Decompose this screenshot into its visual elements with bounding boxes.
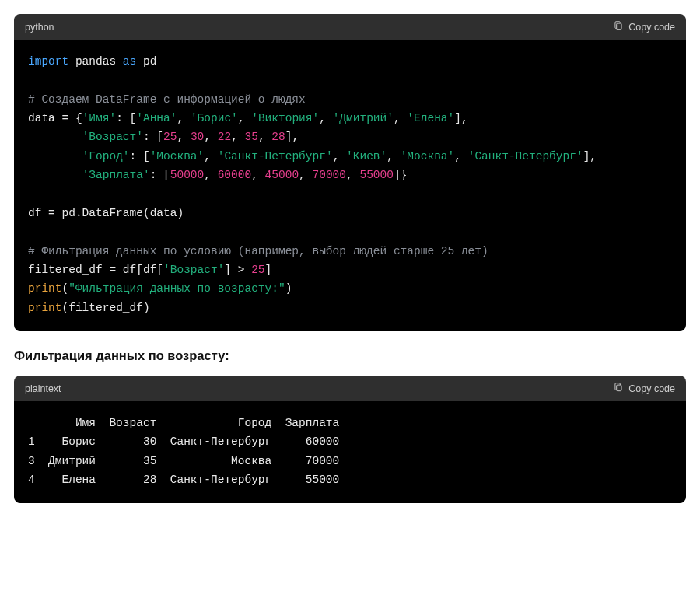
code-token: 'Имя'	[82, 112, 117, 124]
code-block-header: plaintext Copy code	[14, 376, 686, 401]
copy-code-button[interactable]: Copy code	[613, 20, 675, 33]
code-block-header: python Copy code	[14, 14, 686, 40]
code-token: ]	[265, 264, 272, 276]
code-token: ],	[583, 150, 597, 163]
code-token: 'Москва'	[401, 150, 455, 163]
code-token: ,	[204, 131, 217, 143]
code-token: 'Возраст'	[163, 264, 224, 276]
code-token: : [	[150, 169, 170, 181]
code-token: 45000	[265, 169, 299, 181]
code-token: ],	[285, 131, 299, 143]
code-token: 'Анна'	[136, 112, 177, 124]
code-token: print	[28, 302, 62, 314]
code-token: # Фильтрация данных по условию (например…	[28, 245, 488, 257]
code-token: ,	[258, 131, 271, 143]
code-token: 35	[245, 131, 258, 143]
svg-rect-0	[617, 23, 621, 30]
code-token: ]}	[394, 169, 407, 181]
code-token: data = {	[28, 112, 82, 124]
code-token: 'Елена'	[407, 112, 454, 124]
code-token: ,	[231, 131, 244, 143]
code-token: )	[285, 282, 292, 295]
code-token: 'Москва'	[150, 150, 205, 163]
code-token: ,	[319, 112, 332, 124]
copy-code-label: Copy code	[628, 383, 675, 394]
code-token: # Создаем DataFrame с информацией о людя…	[28, 93, 306, 106]
code-token: 'Зарплата'	[82, 169, 150, 181]
code-block-plaintext: plaintext Copy code Имя Возраст Город За…	[14, 376, 686, 503]
code-token: ,	[177, 112, 190, 124]
code-token: "Фильтрация данных по возрасту:"	[68, 282, 285, 295]
code-body: import pandas as pd # Создаем DataFrame …	[14, 40, 686, 331]
code-token	[28, 131, 82, 143]
code-token: 55000	[359, 169, 394, 181]
code-token: 70000	[313, 169, 347, 181]
code-token: filtered_df = df[df[	[28, 264, 163, 276]
code-lang-label: plaintext	[25, 383, 61, 394]
copy-code-button[interactable]: Copy code	[613, 382, 675, 395]
code-lang-label: python	[25, 22, 54, 33]
code-token: 50000	[170, 169, 205, 181]
code-token: import	[28, 55, 68, 68]
code-token: ],	[454, 112, 467, 124]
code-token: 25	[163, 131, 177, 143]
code-token: 'Виктория'	[251, 112, 319, 124]
code-token	[28, 169, 82, 181]
code-token: : [	[143, 131, 163, 143]
code-token: ,	[177, 131, 190, 143]
code-token: 'Санкт-Петербург'	[218, 150, 333, 163]
code-body: Имя Возраст Город Зарплата 1 Борис 30 Са…	[14, 401, 686, 503]
code-token: 'Возраст'	[82, 131, 143, 143]
code-token: : [	[116, 112, 136, 124]
output-section-title: Фильтрация данных по возрасту:	[14, 348, 686, 363]
code-token: as	[123, 55, 136, 68]
code-token: ] >	[224, 264, 251, 276]
svg-rect-1	[617, 385, 621, 391]
code-token: pandas	[68, 55, 123, 68]
code-block-python: python Copy code import pandas as pd # С…	[14, 14, 686, 331]
code-token: 'Дмитрий'	[333, 112, 394, 124]
code-token: ,	[204, 150, 217, 163]
copy-code-label: Copy code	[628, 22, 675, 33]
code-token: ,	[238, 112, 251, 124]
code-token: 28	[271, 131, 285, 143]
code-token	[28, 150, 82, 163]
code-token: ,	[251, 169, 264, 181]
code-token: : [	[130, 150, 150, 163]
code-token: ,	[333, 150, 346, 163]
code-token: 22	[218, 131, 231, 143]
clipboard-icon	[613, 382, 624, 395]
code-token: 60000	[218, 169, 252, 181]
code-token: ,	[204, 169, 217, 181]
code-token: (filtered_df)	[62, 302, 150, 314]
code-token: (	[62, 282, 69, 295]
code-token: 25	[251, 264, 264, 276]
code-token: df = pd.DataFrame(data)	[28, 207, 184, 219]
code-token: 'Борис'	[191, 112, 238, 124]
code-token: print	[28, 282, 62, 295]
code-token: ,	[394, 112, 407, 124]
code-token: pd	[136, 55, 156, 68]
code-token: ,	[299, 169, 312, 181]
code-token: 'Киев'	[346, 150, 387, 163]
code-token: ,	[454, 150, 467, 163]
code-token: 'Город'	[82, 150, 130, 163]
clipboard-icon	[613, 20, 624, 33]
code-token: ,	[387, 150, 400, 163]
code-token: 'Санкт-Петербург'	[468, 150, 583, 163]
code-token: 30	[191, 131, 204, 143]
code-token: ,	[346, 169, 359, 181]
